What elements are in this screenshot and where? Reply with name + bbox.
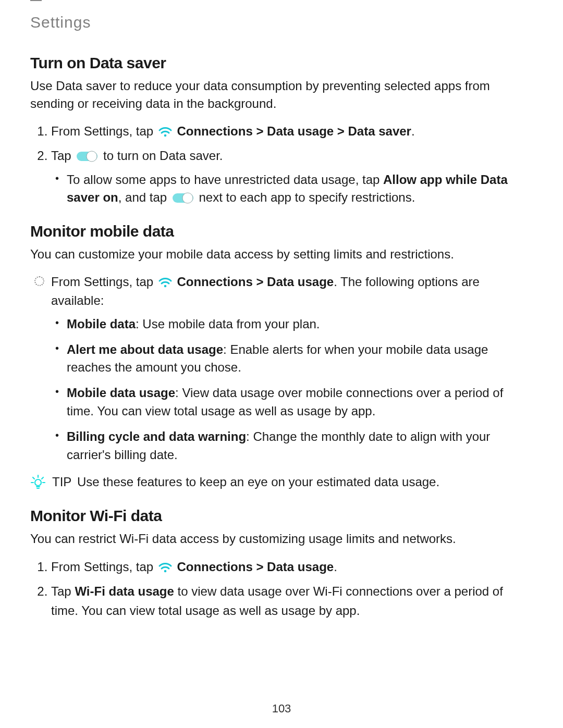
text-bold-path: Connections > Data usage (177, 275, 334, 289)
svg-point-14 (164, 570, 166, 572)
step-text: Tap (51, 149, 75, 163)
svg-point-4 (182, 193, 193, 203)
options-list: Mobile data: Use mobile data from your p… (51, 315, 533, 464)
step-period: . (334, 560, 337, 574)
option-bold: Alert me about data usage (67, 342, 223, 356)
connections-wifi-icon (157, 276, 173, 288)
step-from-settings-connections-data-usage: From Settings, tap Connections > Data us… (51, 557, 533, 576)
option-bold: Mobile data usage (67, 386, 175, 400)
step-from-settings-connections-data-saver: From Settings, tap Connections > Data us… (51, 121, 533, 141)
option-billing-cycle-and-data-warning: Billing cycle and data warning: Change t… (67, 428, 533, 464)
svg-point-2 (87, 151, 97, 162)
text-pre: From Settings, tap (51, 275, 157, 289)
steps-monitor-wifi-data: From Settings, tap Connections > Data us… (30, 557, 533, 621)
lead-monitor-mobile-data: You can customize your mobile data acces… (30, 245, 533, 263)
dotted-list-monitor-mobile-data: From Settings, tap Connections > Data us… (30, 273, 533, 464)
lead-monitor-wifi-data: You can restrict Wi-Fi data access by cu… (30, 530, 533, 548)
option-mobile-data-usage: Mobile data usage: View data usage over … (67, 384, 533, 421)
step-text-tail: to turn on Data saver. (103, 149, 223, 163)
option-bold: Mobile data (67, 317, 136, 331)
page-number: 103 (0, 702, 563, 715)
step-period: . (411, 124, 415, 138)
step-bold-path: Connections > Data usage (177, 560, 334, 574)
svg-point-6 (35, 479, 41, 486)
substep-text: To allow some apps to have unrestricted … (67, 172, 383, 187)
heading-turn-on-data-saver: Turn on Data saver (30, 54, 533, 72)
option-mobile-data: Mobile data: Use mobile data from your p… (67, 315, 533, 334)
option-rest: : Use mobile data from your plan. (136, 317, 320, 331)
option-alert-me-about-data-usage: Alert me about data usage: Enable alerts… (67, 341, 533, 377)
svg-line-9 (42, 477, 43, 479)
svg-point-5 (164, 285, 166, 287)
toggle-switch-icon (172, 192, 194, 204)
dotted-item-from-settings: From Settings, tap Connections > Data us… (51, 273, 533, 464)
lead-turn-on-data-saver: Use Data saver to reduce your data consu… (30, 77, 533, 112)
substep-mid: , and tap (118, 190, 170, 204)
header-rule (30, 0, 42, 1)
step-text: From Settings, tap (51, 124, 157, 138)
connections-wifi-icon (157, 561, 173, 573)
tip-content: TIP Use these features to keep an eye on… (52, 473, 439, 491)
substep-allow-app-while-data-saver-on: To allow some apps to have unrestricted … (67, 171, 533, 207)
heading-monitor-mobile-data: Monitor mobile data (30, 223, 533, 240)
tip-text: Use these features to keep an eye on you… (77, 475, 439, 489)
tip-row: TIP Use these features to keep an eye on… (30, 473, 533, 491)
substep-tail: next to each app to specify restrictions… (199, 190, 415, 204)
step-bold-path: Connections > Data usage > Data saver (177, 124, 411, 138)
heading-monitor-wifi-data: Monitor Wi-Fi data (30, 507, 533, 525)
svg-line-8 (33, 477, 34, 479)
connections-wifi-icon (157, 125, 173, 138)
steps-turn-on-data-saver: From Settings, tap Connections > Data us… (30, 121, 533, 207)
toggle-switch-icon (76, 150, 98, 163)
tip-lightbulb-icon (30, 474, 46, 490)
tip-label: TIP (52, 475, 71, 489)
option-bold: Billing cycle and data warning (67, 429, 246, 443)
step-bold: Wi-Fi data usage (75, 584, 174, 598)
substeps-allow-app: To allow some apps to have unrestricted … (51, 171, 533, 207)
step-tap-toggle-data-saver: Tap to turn on Data saver. To allow some… (51, 146, 533, 207)
svg-point-0 (164, 134, 166, 137)
step-text: Tap (51, 584, 75, 598)
step-tap-wifi-data-usage: Tap Wi-Fi data usage to view data usage … (51, 582, 533, 620)
step-text: From Settings, tap (51, 560, 157, 574)
page-header: Settings (30, 14, 533, 31)
